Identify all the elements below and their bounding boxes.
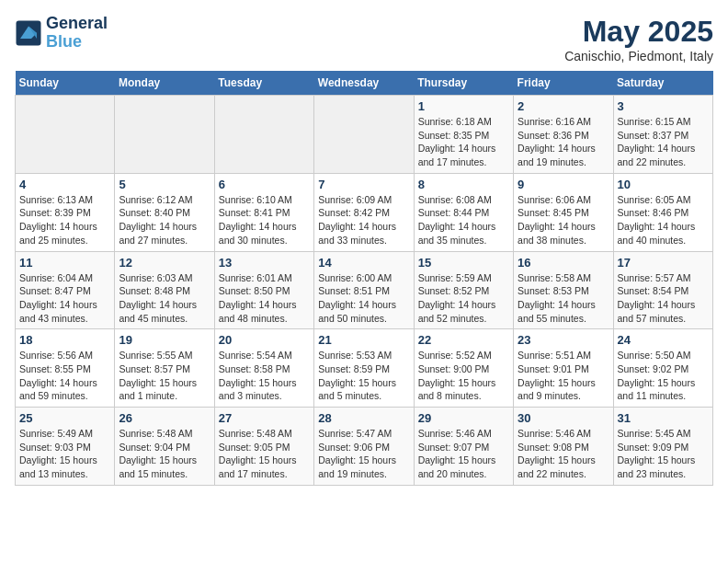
day-number: 26 (119, 411, 210, 425)
day-number: 8 (418, 178, 509, 191)
day-number: 11 (19, 256, 110, 270)
title-block: May 2025 Canischio, Piedmont, Italy (564, 15, 713, 63)
weekday-header-sunday: Sunday (16, 71, 115, 96)
day-number: 18 (19, 333, 110, 347)
calendar-cell: 4Sunrise: 6:13 AM Sunset: 8:39 PM Daylig… (16, 173, 115, 251)
day-info: Sunrise: 5:48 AM Sunset: 9:04 PM Dayligh… (119, 427, 210, 481)
day-number: 10 (618, 178, 709, 191)
calendar-cell: 29Sunrise: 5:46 AM Sunset: 9:07 PM Dayli… (414, 408, 513, 486)
weekday-header-friday: Friday (514, 71, 613, 96)
day-number: 23 (518, 333, 609, 347)
calendar-cell: 1Sunrise: 6:18 AM Sunset: 8:35 PM Daylig… (414, 96, 513, 174)
calendar-cell: 26Sunrise: 5:48 AM Sunset: 9:04 PM Dayli… (115, 408, 214, 486)
calendar-cell: 23Sunrise: 5:51 AM Sunset: 9:01 PM Dayli… (514, 329, 613, 408)
calendar-cell: 20Sunrise: 5:54 AM Sunset: 8:58 PM Dayli… (214, 329, 313, 408)
calendar-cell: 22Sunrise: 5:52 AM Sunset: 9:00 PM Dayli… (414, 329, 513, 408)
day-number: 30 (518, 411, 609, 425)
weekday-header-tuesday: Tuesday (214, 71, 313, 96)
location-subtitle: Canischio, Piedmont, Italy (564, 49, 713, 63)
day-number: 7 (318, 178, 409, 191)
calendar-week-4: 18Sunrise: 5:56 AM Sunset: 8:55 PM Dayli… (16, 329, 713, 408)
day-number: 24 (618, 333, 709, 347)
day-number: 12 (119, 256, 210, 270)
calendar-cell: 28Sunrise: 5:47 AM Sunset: 9:06 PM Dayli… (314, 408, 414, 486)
day-info: Sunrise: 6:04 AM Sunset: 8:47 PM Dayligh… (19, 271, 110, 326)
day-info: Sunrise: 6:06 AM Sunset: 8:45 PM Dayligh… (518, 193, 609, 247)
calendar-cell: 30Sunrise: 5:46 AM Sunset: 9:08 PM Dayli… (514, 408, 613, 486)
calendar-cell: 18Sunrise: 5:56 AM Sunset: 8:55 PM Dayli… (16, 329, 115, 408)
day-info: Sunrise: 5:58 AM Sunset: 8:53 PM Dayligh… (518, 271, 609, 326)
day-info: Sunrise: 5:46 AM Sunset: 9:07 PM Dayligh… (418, 427, 509, 481)
calendar-week-2: 4Sunrise: 6:13 AM Sunset: 8:39 PM Daylig… (16, 173, 713, 251)
calendar-cell: 6Sunrise: 6:10 AM Sunset: 8:41 PM Daylig… (214, 173, 313, 251)
day-info: Sunrise: 5:50 AM Sunset: 9:02 PM Dayligh… (618, 349, 709, 403)
day-info: Sunrise: 6:10 AM Sunset: 8:41 PM Dayligh… (219, 193, 310, 247)
day-number: 15 (418, 256, 509, 270)
day-info: Sunrise: 6:15 AM Sunset: 8:37 PM Dayligh… (618, 115, 709, 169)
calendar-week-1: 1Sunrise: 6:18 AM Sunset: 8:35 PM Daylig… (16, 96, 713, 174)
day-info: Sunrise: 5:56 AM Sunset: 8:55 PM Dayligh… (19, 349, 110, 403)
weekday-header-thursday: Thursday (414, 71, 513, 96)
day-info: Sunrise: 5:45 AM Sunset: 9:09 PM Dayligh… (618, 427, 709, 481)
day-number: 1 (418, 99, 509, 113)
day-number: 28 (318, 411, 409, 425)
day-info: Sunrise: 5:55 AM Sunset: 8:57 PM Dayligh… (119, 349, 210, 403)
day-info: Sunrise: 6:12 AM Sunset: 8:40 PM Dayligh… (119, 193, 210, 247)
calendar-cell (314, 96, 414, 174)
calendar-cell: 31Sunrise: 5:45 AM Sunset: 9:09 PM Dayli… (613, 408, 712, 486)
day-info: Sunrise: 6:00 AM Sunset: 8:51 PM Dayligh… (318, 271, 409, 326)
day-number: 14 (318, 256, 409, 270)
calendar-cell: 14Sunrise: 6:00 AM Sunset: 8:51 PM Dayli… (314, 251, 414, 329)
day-number: 2 (518, 99, 609, 113)
day-number: 19 (119, 333, 210, 347)
day-info: Sunrise: 6:03 AM Sunset: 8:48 PM Dayligh… (119, 271, 210, 326)
day-info: Sunrise: 5:47 AM Sunset: 9:06 PM Dayligh… (318, 427, 409, 481)
calendar-week-3: 11Sunrise: 6:04 AM Sunset: 8:47 PM Dayli… (16, 251, 713, 329)
day-number: 22 (418, 333, 509, 347)
calendar-cell: 3Sunrise: 6:15 AM Sunset: 8:37 PM Daylig… (613, 96, 712, 174)
day-info: Sunrise: 5:49 AM Sunset: 9:03 PM Dayligh… (19, 427, 110, 481)
weekday-header-saturday: Saturday (613, 71, 712, 96)
calendar-cell: 25Sunrise: 5:49 AM Sunset: 9:03 PM Dayli… (16, 408, 115, 486)
day-info: Sunrise: 6:08 AM Sunset: 8:44 PM Dayligh… (418, 193, 509, 247)
day-info: Sunrise: 6:18 AM Sunset: 8:35 PM Dayligh… (418, 115, 509, 169)
day-info: Sunrise: 6:01 AM Sunset: 8:50 PM Dayligh… (219, 271, 310, 326)
day-number: 4 (19, 178, 110, 191)
calendar-cell: 5Sunrise: 6:12 AM Sunset: 8:40 PM Daylig… (115, 173, 214, 251)
calendar-cell: 9Sunrise: 6:06 AM Sunset: 8:45 PM Daylig… (514, 173, 613, 251)
day-info: Sunrise: 5:51 AM Sunset: 9:01 PM Dayligh… (518, 349, 609, 403)
day-number: 20 (219, 333, 310, 347)
calendar-cell: 7Sunrise: 6:09 AM Sunset: 8:42 PM Daylig… (314, 173, 414, 251)
day-number: 6 (219, 178, 310, 191)
day-number: 13 (219, 256, 310, 270)
calendar-cell: 24Sunrise: 5:50 AM Sunset: 9:02 PM Dayli… (613, 329, 712, 408)
logo-icon (15, 19, 42, 47)
logo: General Blue (15, 15, 108, 52)
calendar-cell: 11Sunrise: 6:04 AM Sunset: 8:47 PM Dayli… (16, 251, 115, 329)
calendar-cell: 15Sunrise: 5:59 AM Sunset: 8:52 PM Dayli… (414, 251, 513, 329)
day-number: 3 (618, 99, 709, 113)
day-info: Sunrise: 6:09 AM Sunset: 8:42 PM Dayligh… (318, 193, 409, 247)
weekday-header-monday: Monday (115, 71, 214, 96)
calendar-week-5: 25Sunrise: 5:49 AM Sunset: 9:03 PM Dayli… (16, 408, 713, 486)
day-info: Sunrise: 5:54 AM Sunset: 8:58 PM Dayligh… (219, 349, 310, 403)
month-title: May 2025 (564, 15, 713, 49)
calendar-cell: 8Sunrise: 6:08 AM Sunset: 8:44 PM Daylig… (414, 173, 513, 251)
day-number: 27 (219, 411, 310, 425)
day-info: Sunrise: 6:05 AM Sunset: 8:46 PM Dayligh… (618, 193, 709, 247)
day-number: 17 (618, 256, 709, 270)
day-number: 21 (318, 333, 409, 347)
calendar-cell: 19Sunrise: 5:55 AM Sunset: 8:57 PM Dayli… (115, 329, 214, 408)
day-info: Sunrise: 5:48 AM Sunset: 9:05 PM Dayligh… (219, 427, 310, 481)
calendar-cell: 21Sunrise: 5:53 AM Sunset: 8:59 PM Dayli… (314, 329, 414, 408)
calendar-cell: 27Sunrise: 5:48 AM Sunset: 9:05 PM Dayli… (214, 408, 313, 486)
day-number: 5 (119, 178, 210, 191)
day-number: 25 (19, 411, 110, 425)
day-number: 31 (618, 411, 709, 425)
calendar-cell: 17Sunrise: 5:57 AM Sunset: 8:54 PM Dayli… (613, 251, 712, 329)
calendar-cell: 2Sunrise: 6:16 AM Sunset: 8:36 PM Daylig… (514, 96, 613, 174)
calendar-cell: 16Sunrise: 5:58 AM Sunset: 8:53 PM Dayli… (514, 251, 613, 329)
calendar-cell: 13Sunrise: 6:01 AM Sunset: 8:50 PM Dayli… (214, 251, 313, 329)
day-info: Sunrise: 5:59 AM Sunset: 8:52 PM Dayligh… (418, 271, 509, 326)
day-info: Sunrise: 5:52 AM Sunset: 9:00 PM Dayligh… (418, 349, 509, 403)
